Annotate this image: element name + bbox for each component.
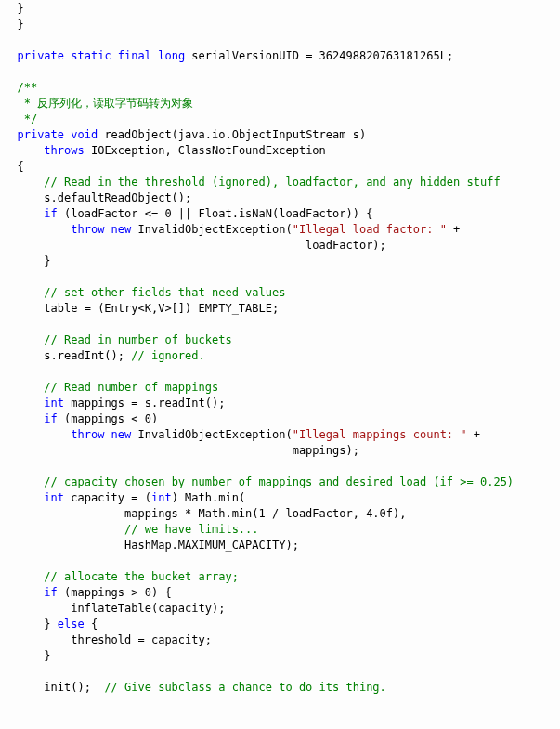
code-token: mappings = s.readInt(); — [64, 397, 225, 410]
code-token — [4, 223, 71, 236]
code-line — [4, 33, 560, 48]
code-token: } — [4, 18, 24, 31]
code-token: IOException, ClassNotFoundException — [85, 144, 326, 157]
code-line: if (mappings > 0) { — [4, 585, 560, 601]
code-line: // allocate the bucket array; — [4, 569, 560, 585]
code-token: // Read number of mappings — [44, 381, 218, 394]
code-line: */ — [4, 111, 560, 127]
code-token: s.readInt(); — [4, 349, 131, 362]
code-token: + — [447, 223, 460, 236]
code-token: mappings); — [4, 444, 359, 457]
code-token — [4, 144, 44, 157]
code-token: "Illegal mappings count: " — [293, 428, 467, 441]
code-token: new — [111, 223, 132, 236]
code-token: static — [71, 49, 111, 62]
code-token — [4, 491, 44, 504]
code-token: new — [111, 428, 132, 441]
code-line: mappings * Math.min(1 / loadFactor, 4.0f… — [4, 506, 560, 522]
code-token: { — [4, 160, 24, 173]
code-token: s.defaultReadObject(); — [4, 191, 191, 204]
code-token — [4, 428, 71, 441]
code-line: // capacity chosen by number of mappings… — [4, 475, 560, 490]
code-token — [4, 207, 44, 220]
code-token: // allocate the bucket array; — [44, 570, 239, 583]
code-line: throw new InvalidObjectException("Illega… — [4, 427, 560, 443]
code-line: * 反序列化，读取字节码转为对象 — [4, 96, 560, 111]
code-token — [4, 570, 44, 583]
code-token: */ — [4, 112, 37, 125]
code-token — [4, 81, 17, 94]
code-line: int mappings = s.readInt(); — [4, 396, 560, 411]
code-token: long — [158, 49, 185, 62]
code-token — [4, 333, 44, 346]
code-line — [4, 364, 560, 380]
code-line: throw new InvalidObjectException("Illega… — [4, 222, 560, 238]
code-token: if — [44, 207, 57, 220]
code-token: void — [71, 128, 98, 141]
code-line: s.readInt(); // ignored. — [4, 348, 560, 364]
code-line — [4, 64, 560, 80]
code-line: loadFactor); — [4, 238, 560, 254]
code-token: (loadFactor <= 0 || Float.isNaN(loadFact… — [58, 207, 373, 220]
code-line: } — [4, 648, 560, 664]
code-token: final — [118, 49, 151, 62]
code-token: // Read in number of buckets — [44, 333, 231, 346]
code-token: "Illegal load factor: " — [293, 223, 447, 236]
code-line — [4, 664, 560, 680]
code-token: // Give subclass a chance to do its thin… — [104, 681, 385, 694]
code-line: } else { — [4, 617, 560, 632]
code-token: // capacity chosen by number of mappings… — [44, 475, 514, 488]
code-token: HashMap.MAXIMUM_CAPACITY); — [4, 539, 299, 552]
code-block: } } private static final long serialVers… — [0, 0, 560, 696]
code-line: // Read in number of buckets — [4, 332, 560, 348]
code-token: throws — [44, 144, 84, 157]
code-token: * 反序列化，读取字节码转为对象 — [4, 97, 193, 110]
code-token: capacity = ( — [64, 491, 151, 504]
code-line: threshold = capacity; — [4, 632, 560, 648]
code-token: } — [4, 2, 24, 15]
code-token — [4, 176, 44, 189]
code-token — [4, 128, 17, 141]
code-line — [4, 459, 560, 475]
code-token — [4, 286, 44, 299]
code-token — [4, 586, 44, 599]
code-token: // Read in the threshold (ignored), load… — [44, 176, 500, 189]
code-line: init(); // Give subclass a chance to do … — [4, 680, 560, 696]
code-line: if (mappings < 0) — [4, 411, 560, 427]
code-token: int — [44, 397, 64, 410]
code-token — [4, 412, 44, 425]
code-line: /** — [4, 80, 560, 96]
code-line: private static final long serialVersionU… — [4, 48, 560, 64]
code-line: if (loadFactor <= 0 || Float.isNaN(loadF… — [4, 206, 560, 222]
code-token: throw — [71, 223, 104, 236]
code-token: + — [467, 428, 480, 441]
code-token: else — [58, 618, 85, 631]
code-token — [111, 49, 118, 62]
code-line: table = (Entry<K,V>[]) EMPTY_TABLE; — [4, 301, 560, 317]
code-token: if — [44, 586, 57, 599]
code-line: throws IOException, ClassNotFoundExcepti… — [4, 143, 560, 159]
code-token: table = (Entry<K,V>[]) EMPTY_TABLE; — [4, 302, 279, 315]
code-line: // Read number of mappings — [4, 380, 560, 396]
code-line: int capacity = (int) Math.min( — [4, 490, 560, 506]
code-token — [4, 523, 124, 536]
code-token: (mappings > 0) { — [58, 586, 172, 599]
code-token: private — [17, 49, 64, 62]
code-token: private — [17, 128, 64, 141]
code-token: } — [4, 649, 51, 662]
code-token — [4, 49, 17, 62]
code-token: /** — [17, 81, 37, 94]
code-token: int — [44, 491, 64, 504]
code-line — [4, 317, 560, 332]
code-token: ) Math.min( — [172, 491, 245, 504]
code-token: (mappings < 0) — [58, 412, 158, 425]
code-line: { — [4, 159, 560, 175]
code-token: threshold = capacity; — [4, 633, 212, 646]
code-token — [104, 223, 111, 236]
code-line: inflateTable(capacity); — [4, 601, 560, 617]
code-line: mappings); — [4, 443, 560, 459]
code-token: throw — [71, 428, 104, 441]
code-line: // we have limits... — [4, 522, 560, 538]
code-token: InvalidObjectException( — [131, 223, 292, 236]
code-token — [104, 428, 111, 441]
